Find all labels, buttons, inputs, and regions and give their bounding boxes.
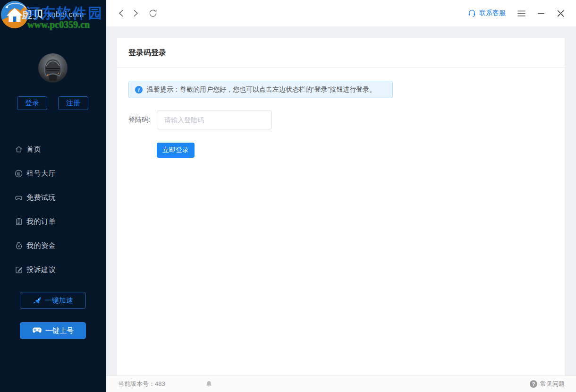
rocket-icon [33, 296, 42, 305]
submit-login-button[interactable]: 立即登录 [157, 143, 195, 158]
quick-login-button[interactable]: 一键上号 [20, 322, 86, 339]
sidebar-item-home[interactable]: 首页 [0, 144, 106, 154]
back-icon[interactable] [118, 9, 124, 17]
topbar: 联系客服 [106, 0, 576, 26]
sidebar-item-feedback[interactable]: 投诉建议 [0, 264, 106, 275]
accelerate-label: 一键加速 [45, 296, 73, 305]
gamepad-icon [14, 193, 23, 202]
feedback-icon [14, 265, 23, 274]
faq-label: 常见问题 [540, 380, 565, 388]
page-title: 登录码登录 [117, 38, 565, 68]
orders-icon [14, 217, 23, 226]
sidebar-nav: 首页 租 租号大厅 免费试玩 [0, 144, 106, 289]
minimize-icon[interactable] [537, 9, 545, 17]
accelerate-button[interactable]: 一键加速 [20, 292, 86, 309]
sidebar-item-label: 我的资金 [26, 241, 56, 250]
svg-text:租: 租 [17, 171, 21, 176]
login-card: 登录码登录 i 温馨提示：尊敬的用户您好，您也可以点击左边状态栏的“登录”按钮进… [117, 38, 565, 375]
refresh-icon[interactable] [149, 9, 157, 17]
register-button[interactable]: 注册 [58, 96, 88, 110]
sidebar-item-rent-hall[interactable]: 租 租号大厅 [0, 168, 106, 179]
sidebar-item-label: 我的订单 [26, 217, 56, 226]
rent-icon: 租 [14, 169, 23, 178]
topbar-right: 联系客服 [467, 0, 565, 26]
watermark-url: www.pc0359.cn [27, 19, 90, 30]
login-code-row: 登陆码: [128, 111, 565, 129]
sidebar-item-label: 租号大厅 [26, 169, 56, 178]
contact-service[interactable]: 联系客服 [467, 9, 506, 17]
forward-icon[interactable] [133, 9, 139, 17]
sidebar-item-label: 免费试玩 [26, 193, 56, 202]
funds-icon: ¥ [14, 241, 23, 250]
contact-label: 联系客服 [479, 9, 506, 17]
question-icon: ? [530, 380, 537, 388]
sidebar-item-label: 投诉建议 [26, 265, 56, 274]
main-area: 联系客服 登录码登录 i 温馨提示：尊敬的用户您好，您也可以点击左边状态栏的“登… [106, 0, 576, 392]
gamepad-plus-icon [32, 327, 42, 335]
menu-icon[interactable] [517, 10, 525, 17]
svg-text:¥: ¥ [18, 245, 20, 248]
status-bar: 当前版本号：483 ? 常见问题 [106, 375, 576, 392]
info-icon: i [135, 86, 143, 94]
logo-area: 虚贝 xubei.com 河东软件园 www.pc0359.cn [0, 0, 106, 31]
bell-icon[interactable] [205, 380, 212, 388]
content-area: 登录码登录 i 温馨提示：尊敬的用户您好，您也可以点击左边状态栏的“登录”按钮进… [106, 26, 576, 375]
login-button[interactable]: 登录 [17, 96, 47, 110]
sidebar-item-free-trial[interactable]: 免费试玩 [0, 192, 106, 203]
login-code-label: 登陆码: [128, 116, 157, 124]
avatar[interactable] [38, 53, 68, 83]
version-label: 当前版本号：483 [118, 380, 165, 388]
sidebar-item-my-orders[interactable]: 我的订单 [0, 216, 106, 227]
app-window: 虚贝 xubei.com 河东软件园 www.pc0359.cn 登录 注册 [0, 0, 576, 392]
info-alert: i 温馨提示：尊敬的用户您好，您也可以点击左边状态栏的“登录”按钮进行登录。 [128, 81, 393, 98]
sidebar-item-label: 首页 [26, 145, 41, 154]
close-icon[interactable] [557, 9, 565, 17]
quick-login-label: 一键上号 [45, 326, 74, 335]
alert-text: 温馨提示：尊敬的用户您好，您也可以点击左边状态栏的“登录”按钮进行登录。 [147, 85, 376, 94]
faq-link[interactable]: ? 常见问题 [530, 380, 565, 388]
headset-icon [467, 9, 476, 17]
sidebar-item-my-funds[interactable]: ¥ 我的资金 [0, 240, 106, 251]
sidebar: 虚贝 xubei.com 河东软件园 www.pc0359.cn 登录 注册 [0, 0, 106, 392]
login-code-input[interactable] [157, 111, 272, 129]
home-icon [14, 145, 23, 154]
